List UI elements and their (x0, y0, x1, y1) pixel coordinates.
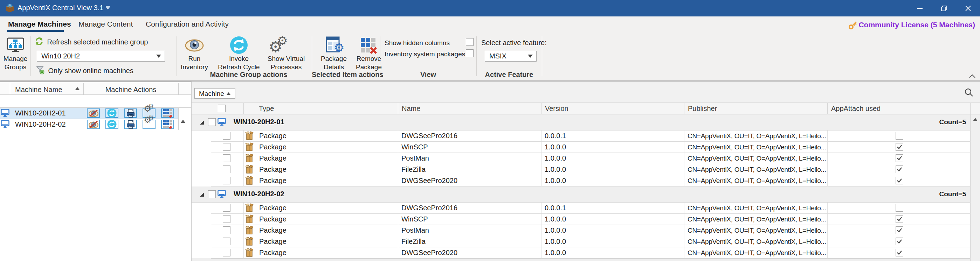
dropdown-arrow-icon (528, 55, 533, 58)
machine-report-button[interactable] (124, 108, 137, 118)
package-version: 1.0.0.0 (545, 154, 566, 162)
tab-bar: Manage Machines Manage Content Configura… (0, 16, 980, 34)
tab-configuration-activity[interactable]: Configuration and Activity (146, 20, 229, 28)
package-type: Package (259, 166, 286, 174)
appattach-checkbox[interactable] (896, 154, 903, 162)
row-checkbox[interactable] (223, 143, 231, 151)
machine-row[interactable]: WIN10-20H2-02⚙⚙ (0, 119, 178, 130)
monitor-icon (218, 190, 226, 198)
row-checkbox[interactable] (223, 237, 231, 245)
minimize-button[interactable] (907, 0, 932, 16)
machine-list-panel: Machine Name Machine Actions WIN10-20H2-… (0, 82, 191, 261)
collapse-group-icon[interactable] (200, 193, 204, 197)
active-feature-dropdown[interactable]: MSIX (485, 51, 536, 62)
remove-packages-button[interactable] (161, 108, 174, 118)
machine-name-column-header[interactable]: Machine Name (15, 86, 62, 94)
package-row[interactable]: Package FileZilla 1.0.0.0 CN=AppVentiX, … (211, 164, 970, 175)
window-title: AppVentiX Central View 3.1 (18, 4, 103, 12)
only-online-label: Only show online machines (48, 67, 133, 74)
row-checkbox[interactable] (223, 154, 231, 162)
machine-report-button[interactable] (124, 120, 137, 129)
appattach-checkbox[interactable] (896, 215, 903, 223)
group-label-selected-item-actions: Selected Item actions (312, 71, 382, 79)
group-count: Count=5 (939, 190, 966, 198)
ribbon-collapse-icon[interactable] (969, 73, 976, 80)
package-name: FileZilla (401, 237, 426, 245)
only-online-toggle[interactable]: Only show online machines (36, 66, 134, 76)
group-row[interactable]: WIN10-20H2-02 Count=5 (192, 187, 970, 202)
monitor-icon (218, 118, 226, 126)
machine-list-scroll-up-icon[interactable] (181, 120, 185, 123)
group-row[interactable]: WIN10-20H2-01 Count=5 (192, 114, 970, 131)
vertical-scrollbar[interactable] (970, 114, 980, 261)
run-inventory-button[interactable]: Run Inventory (174, 36, 215, 71)
row-checkbox[interactable] (223, 204, 231, 212)
package-row[interactable]: Package WinSCP 1.0.0.0 CN=AppVentiX, OU=… (211, 214, 970, 225)
package-row[interactable]: Package DWGSeePro2020 1.0.0.0 CN=AppVent… (211, 175, 970, 187)
package-row[interactable]: Package WinSCP 1.0.0.0 CN=AppVentiX, OU=… (211, 142, 970, 153)
appattach-checkbox[interactable] (896, 204, 903, 212)
row-checkbox[interactable] (223, 166, 231, 173)
horizontal-scrollbar[interactable] (192, 259, 970, 261)
machine-filter-row[interactable] (0, 95, 191, 108)
invoke-refresh-cycle-button[interactable] (105, 108, 118, 118)
package-name: DWGSeePro2020 (401, 177, 457, 185)
manage-groups-icon (1, 36, 30, 55)
appattach-checkbox[interactable] (896, 249, 903, 256)
row-checkbox[interactable] (223, 132, 231, 139)
package-row[interactable]: Package PostMan 1.0.0.0 CN=AppVentiX, OU… (211, 153, 970, 164)
package-icon (245, 142, 254, 152)
invoke-refresh-cycle-button[interactable]: Invoke Refresh Cycle (216, 36, 262, 71)
maximize-button[interactable] (932, 0, 956, 16)
group-checkbox[interactable] (208, 118, 216, 126)
grid-eraser-icon (163, 120, 173, 129)
remove-package-button[interactable]: Remove Package (350, 36, 387, 71)
pin-icon[interactable] (105, 5, 111, 12)
close-button[interactable] (956, 0, 980, 16)
package-publisher: CN=AppVentiX, OU=IT, O=AppVentiX, L=Heil… (687, 204, 826, 212)
package-row[interactable]: Package FileZilla 1.0.0.0 CN=AppVentiX, … (211, 236, 970, 247)
group-label-active-feature: Active Feature (476, 71, 542, 79)
package-row[interactable]: Package DWGSeePro2016 0.0.0.1 CN=AppVent… (211, 202, 970, 214)
package-details-button[interactable]: ⚙ Package Details (315, 36, 353, 71)
hide-inventory-button[interactable] (87, 120, 100, 129)
show-processes-button[interactable]: ⚙⚙ (143, 120, 156, 129)
group-checkbox[interactable] (208, 190, 216, 198)
appattach-checkbox[interactable] (896, 132, 903, 139)
row-checkbox[interactable] (223, 177, 231, 184)
show-virtual-label-2: Processes (262, 63, 311, 71)
package-publisher: CN=AppVentiX, OU=IT, O=AppVentiX, L=Heil… (687, 238, 826, 245)
show-virtual-processes-button[interactable]: ⚙ ⚙ Show Virtual Processes (262, 36, 311, 71)
collapse-group-icon[interactable] (200, 120, 204, 125)
invoke-refresh-cycle-button[interactable] (105, 120, 118, 129)
package-row[interactable]: Package DWGSeePro2016 0.0.0.1 CN=AppVent… (211, 131, 970, 142)
row-checkbox[interactable] (223, 226, 231, 234)
appattach-checkbox[interactable] (896, 166, 903, 173)
package-icon (245, 131, 254, 141)
package-row[interactable]: Package DWGSeePro2020 1.0.0.0 CN=AppVent… (211, 247, 970, 259)
tab-manage-content[interactable]: Manage Content (78, 20, 133, 28)
refresh-group-button[interactable]: Refresh selected machine group (35, 37, 148, 47)
machine-group-dropdown[interactable]: Win10 20H2 (37, 51, 165, 62)
inventory-system-packages-checkbox[interactable] (466, 49, 474, 57)
row-checkbox[interactable] (223, 249, 231, 256)
manage-groups-label-1: Manage (1, 55, 30, 63)
appattach-checkbox[interactable] (896, 143, 903, 151)
row-checkbox[interactable] (223, 215, 231, 223)
appattach-checkbox[interactable] (896, 226, 903, 234)
show-hidden-columns-checkbox[interactable] (466, 38, 474, 46)
tab-manage-machines[interactable]: Manage Machines (8, 20, 71, 28)
hide-inventory-button[interactable] (87, 108, 100, 118)
manage-groups-button[interactable]: Manage Groups (1, 36, 30, 71)
scroll-up-icon[interactable] (973, 118, 978, 121)
package-icon (245, 237, 254, 246)
group-count: Count=5 (939, 118, 966, 126)
machine-actions-column-header[interactable]: Machine Actions (83, 86, 178, 94)
package-row[interactable]: Package PostMan 1.0.0.0 CN=AppVentiX, OU… (211, 225, 970, 236)
appattach-checkbox[interactable] (896, 237, 903, 245)
package-publisher: CN=AppVentiX, OU=IT, O=AppVentiX, L=Heil… (687, 177, 826, 185)
package-name: WinSCP (401, 215, 428, 223)
package-version: 1.0.0.0 (545, 143, 566, 151)
remove-packages-button[interactable] (161, 120, 174, 129)
appattach-checkbox[interactable] (896, 177, 903, 184)
